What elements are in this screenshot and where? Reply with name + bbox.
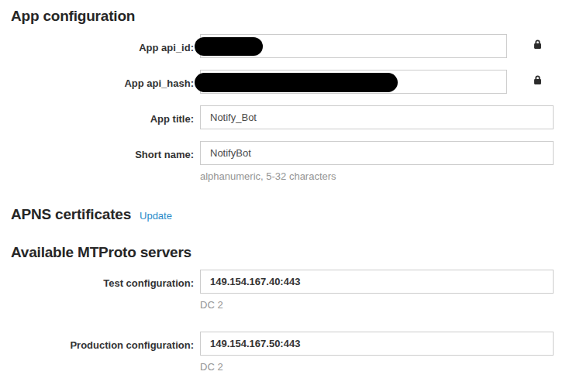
test-configuration-input[interactable] xyxy=(200,270,554,294)
form-row-production-configuration: Production configuration: DC 2 xyxy=(0,332,583,373)
field-label-app-api-id: App api_id: xyxy=(0,34,194,58)
app-settings-page: App configuration App api_id: App api_ha… xyxy=(0,0,583,392)
field-label-app-title: App title: xyxy=(0,105,194,129)
short-name-hint: alphanumeric, 5-32 characters xyxy=(200,170,554,182)
short-name-input[interactable] xyxy=(200,141,554,165)
production-configuration-input[interactable] xyxy=(200,332,554,356)
form-row-app-api-id: App api_id: xyxy=(0,34,583,58)
section-title-app-configuration: App configuration xyxy=(11,7,583,25)
test-configuration-dc-hint: DC 2 xyxy=(200,299,554,311)
form-row-test-configuration: Test configuration: DC 2 xyxy=(0,270,583,311)
app-api-hash-input[interactable] xyxy=(200,70,507,94)
form-row-app-api-hash: App api_hash: xyxy=(0,70,583,94)
lock-icon xyxy=(533,39,543,50)
production-configuration-dc-hint: DC 2 xyxy=(200,361,554,373)
app-api-id-input[interactable] xyxy=(200,34,507,58)
form-row-short-name: Short name: alphanumeric, 5-32 character… xyxy=(0,141,583,182)
apns-certificates-header: APNS certificates Update xyxy=(0,205,583,223)
form-row-app-title: App title: xyxy=(0,105,583,129)
section-title-mtproto-servers: Available MTProto servers xyxy=(11,243,583,261)
section-title-apns-certificates: APNS certificates xyxy=(11,205,131,223)
field-label-short-name: Short name: xyxy=(0,141,194,182)
field-label-production-configuration: Production configuration: xyxy=(0,332,194,373)
field-label-app-api-hash: App api_hash: xyxy=(0,70,194,94)
field-label-test-configuration: Test configuration: xyxy=(0,270,194,311)
lock-icon xyxy=(533,74,543,85)
app-title-input[interactable] xyxy=(200,105,554,129)
apns-update-link[interactable]: Update xyxy=(140,210,172,222)
